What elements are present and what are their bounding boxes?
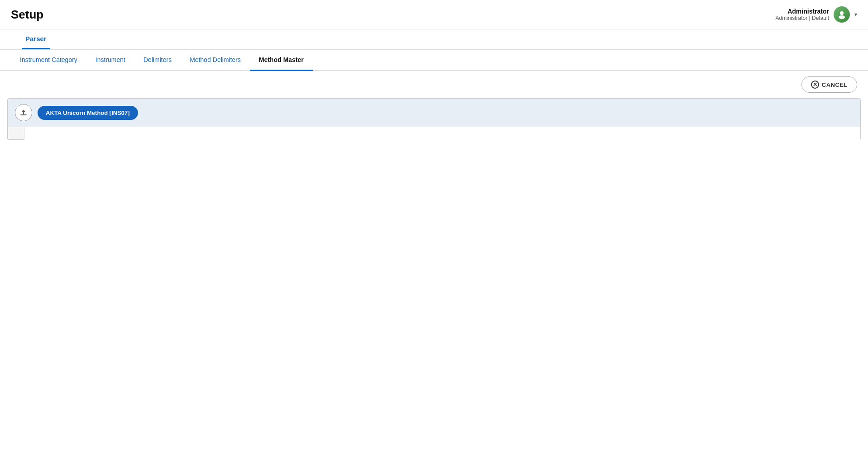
user-dropdown-arrow[interactable]: ▾ bbox=[854, 11, 857, 18]
svg-point-1 bbox=[839, 15, 845, 19]
sub-nav: Instrument CategoryInstrumentDelimitersM… bbox=[0, 50, 868, 71]
method-badge: AKTA Unicorn Method [INS07] bbox=[38, 106, 138, 120]
tab-method-master[interactable]: Method Master bbox=[250, 50, 313, 71]
upload-icon bbox=[19, 109, 28, 117]
user-info: Administrator Administrator | Default bbox=[776, 8, 830, 21]
grid-wrapper bbox=[8, 127, 860, 140]
spreadsheet-table bbox=[8, 127, 860, 140]
method-bar: AKTA Unicorn Method [INS07] bbox=[8, 99, 860, 127]
cancel-icon: ✕ bbox=[811, 81, 819, 89]
parser-tab-bar: Parser bbox=[0, 29, 868, 50]
tab-instrument-category[interactable]: Instrument Category bbox=[11, 50, 86, 71]
header: Setup Administrator Administrator | Defa… bbox=[0, 0, 868, 29]
spreadsheet-container: AKTA Unicorn Method [INS07] bbox=[7, 98, 861, 140]
cancel-button[interactable]: ✕ CANCEL bbox=[801, 76, 857, 93]
corner-header bbox=[8, 127, 24, 140]
svg-point-0 bbox=[840, 11, 844, 15]
tab-instrument[interactable]: Instrument bbox=[86, 50, 134, 71]
avatar bbox=[834, 6, 850, 23]
cancel-label: CANCEL bbox=[822, 81, 848, 88]
upload-button[interactable] bbox=[15, 104, 32, 121]
user-area: Administrator Administrator | Default ▾ bbox=[776, 6, 858, 23]
user-sub: Administrator | Default bbox=[776, 15, 830, 21]
tab-parser[interactable]: Parser bbox=[22, 29, 50, 49]
sub-nav-inner: Instrument CategoryInstrumentDelimitersM… bbox=[11, 50, 857, 70]
user-name: Administrator bbox=[776, 8, 830, 15]
tab-method-delimiters[interactable]: Method Delimiters bbox=[181, 50, 250, 71]
page-title: Setup bbox=[11, 8, 43, 22]
toolbar-row: ✕ CANCEL bbox=[0, 71, 868, 98]
tab-delimiters[interactable]: Delimiters bbox=[134, 50, 181, 71]
col-header-row bbox=[8, 127, 861, 140]
